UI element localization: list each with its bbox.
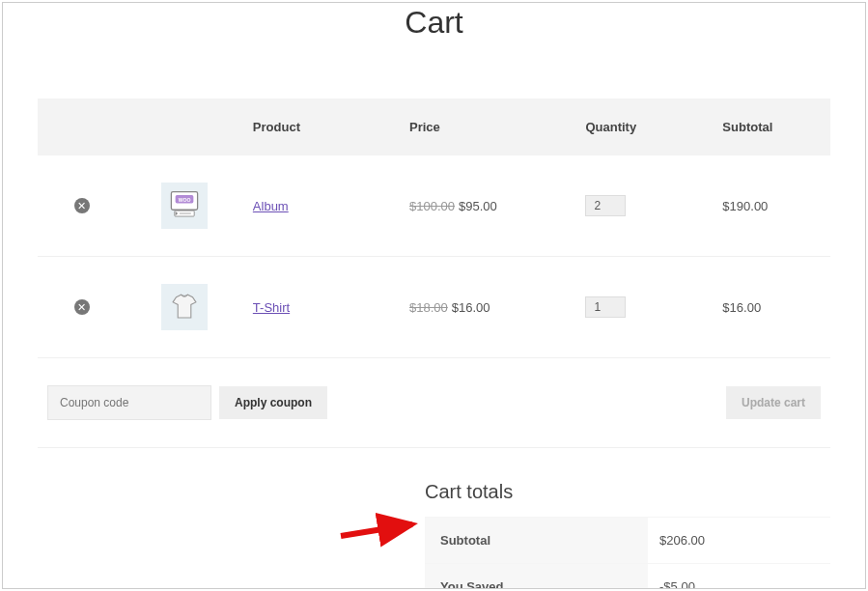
quantity-stepper[interactable]: [585, 296, 626, 318]
header-product: Product: [243, 98, 400, 155]
quantity-stepper[interactable]: [585, 195, 626, 216]
price-original: $18.00: [409, 300, 448, 315]
product-thumbnail[interactable]: [161, 284, 208, 330]
svg-line-7: [341, 524, 412, 536]
annotation-arrow-icon: [337, 509, 424, 548]
header-subtotal: Subtotal: [713, 98, 830, 155]
coupon-input[interactable]: [47, 385, 211, 420]
header-quantity: Quantity: [575, 98, 713, 155]
totals-row-saved: You Saved -$5.00: [425, 563, 830, 589]
product-link[interactable]: T-Shirt: [253, 300, 290, 315]
close-icon: ✕: [77, 302, 86, 313]
totals-label: Subtotal: [425, 518, 648, 563]
album-icon: WOO: [168, 189, 201, 222]
cart-table: Product Price Quantity Subtotal ✕: [38, 98, 830, 448]
row-subtotal: $190.00: [713, 155, 830, 257]
remove-item-button[interactable]: ✕: [74, 299, 90, 315]
price-sale: $16.00: [452, 300, 490, 315]
apply-coupon-button[interactable]: Apply coupon: [219, 386, 327, 419]
svg-text:WOO: WOO: [179, 197, 191, 203]
totals-label: You Saved: [425, 564, 648, 589]
product-thumbnail[interactable]: WOO: [161, 183, 208, 229]
totals-value: $206.00: [648, 518, 830, 563]
price-sale: $95.00: [459, 199, 497, 213]
row-subtotal: $16.00: [713, 257, 830, 358]
table-row: ✕ T-Shirt $18.00$16.00: [38, 257, 830, 358]
close-icon: ✕: [77, 201, 86, 211]
remove-item-button[interactable]: ✕: [74, 198, 90, 213]
cart-totals-heading: Cart totals: [425, 481, 830, 503]
price-original: $100.00: [409, 199, 455, 213]
tshirt-icon: [168, 291, 201, 324]
totals-row-subtotal: Subtotal $206.00: [425, 517, 830, 563]
header-price: Price: [400, 98, 575, 155]
table-row: ✕ WOO: [38, 155, 830, 257]
cart-totals: Cart totals Subtotal $206.00 You Saved -…: [425, 481, 830, 589]
page-title: Cart: [38, 5, 830, 41]
update-cart-button[interactable]: Update cart: [726, 386, 821, 419]
totals-value: -$5.00: [648, 564, 830, 589]
svg-rect-5: [180, 212, 191, 214]
product-link[interactable]: Album: [253, 199, 289, 213]
